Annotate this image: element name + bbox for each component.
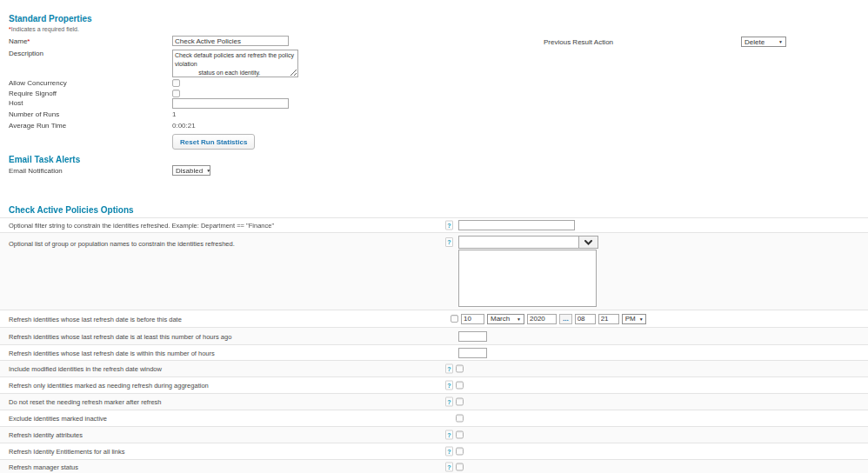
option-checkbox[interactable]: [456, 365, 464, 373]
option-label: Refresh manager status: [9, 463, 78, 471]
option-label: Exclude identities marked inactive: [9, 415, 107, 423]
option-row: Refresh manager status?: [0, 459, 868, 473]
option-row: Optional filter string to constrain the …: [0, 217, 868, 232]
select-caret-icon: ▼: [513, 316, 521, 322]
allow-concurrency-checkbox[interactable]: [172, 79, 180, 87]
number-of-runs-label: Number of Runs: [9, 110, 59, 118]
option-row: Exclude identities marked inactive: [0, 410, 868, 426]
date-year-input[interactable]: [527, 314, 557, 324]
option-row: Refresh identity attributes?: [0, 426, 868, 443]
chevron-down-icon[interactable]: [578, 236, 598, 248]
help-icon[interactable]: ?: [445, 381, 453, 390]
time-minute-input[interactable]: [598, 314, 619, 324]
require-signoff-checkbox[interactable]: [172, 90, 180, 97]
option-label: Refresh identity attributes: [9, 431, 83, 439]
allow-concurrency-label: Allow Concurrency: [9, 79, 67, 87]
help-icon[interactable]: ?: [445, 221, 453, 230]
option-row: Optional list of group or population nam…: [0, 232, 868, 310]
help-icon[interactable]: ?: [445, 364, 453, 374]
select-caret-icon: ▼: [636, 316, 644, 322]
date-picker-button[interactable]: ...: [559, 314, 572, 324]
previous-result-action-label: Previous Result Action: [544, 38, 613, 46]
option-row: Refresh Identity Entitlements for all li…: [0, 443, 868, 459]
option-checkbox[interactable]: [456, 448, 464, 456]
date-enable-checkbox[interactable]: [451, 315, 458, 323]
option-row: Refresh identities whose last refresh da…: [0, 327, 868, 344]
host-label: Host: [9, 99, 23, 107]
number-of-runs-value: 1: [172, 110, 176, 118]
required-field-note: *Indicates a required field.: [9, 26, 79, 32]
time-ampm-select[interactable]: PM▼: [622, 314, 646, 324]
option-row: Include modified identities in the refre…: [0, 360, 868, 376]
email-task-alerts-title: Email Task Alerts: [9, 155, 80, 164]
option-checkbox[interactable]: [456, 398, 464, 406]
average-run-time-label: Average Run Time: [9, 122, 66, 130]
help-icon[interactable]: ?: [445, 237, 453, 247]
description-textarea[interactable]: Check default policies and refresh the p…: [172, 50, 298, 77]
option-row: Refresh identities whose last refresh da…: [0, 344, 868, 360]
option-label: Refresh only identities marked as needin…: [9, 382, 209, 390]
option-label: Optional list of group or population nam…: [9, 240, 235, 248]
name-label: Name*: [9, 37, 30, 45]
email-notification-select[interactable]: Disabled▼: [172, 165, 210, 176]
option-label: Refresh identities whose last refresh da…: [9, 332, 231, 340]
name-required-asterisk: *: [27, 37, 30, 45]
average-run-time-value: 0:00:21: [172, 122, 196, 130]
option-label: Refresh identities whose last refresh da…: [9, 349, 215, 356]
select-caret-icon: ▼: [203, 168, 210, 173]
description-label: Description: [9, 50, 43, 57]
email-notification-label: Email Notification: [9, 167, 63, 175]
group-name-input[interactable]: [459, 236, 578, 248]
select-caret-icon: ▼: [775, 39, 783, 44]
group-name-listbox[interactable]: [458, 250, 597, 307]
help-icon[interactable]: ?: [445, 463, 453, 472]
host-input[interactable]: [172, 98, 289, 109]
reset-run-statistics-button[interactable]: Reset Run Statistics: [172, 134, 255, 150]
option-hours-input[interactable]: [458, 331, 487, 342]
option-checkbox[interactable]: [456, 431, 464, 439]
time-hour-input[interactable]: [575, 314, 596, 324]
option-row: Refresh only identities marked as needin…: [0, 376, 868, 393]
option-label: Include modified identities in the refre…: [9, 365, 162, 373]
help-icon[interactable]: ?: [445, 447, 453, 456]
date-month-select[interactable]: March▼: [487, 314, 524, 324]
option-label: Do not reset the needing refresh marker …: [9, 398, 162, 406]
require-signoff-label: Require Signoff: [9, 90, 57, 97]
option-checkbox[interactable]: [456, 382, 464, 390]
help-icon[interactable]: ?: [445, 397, 453, 407]
date-control-group: March▼...PM▼: [451, 314, 646, 324]
task-edit-page: Standard Properties *Indicates a require…: [0, 0, 868, 473]
option-label: Refresh Identity Entitlements for all li…: [9, 448, 124, 456]
option-hours-input[interactable]: [458, 348, 487, 358]
help-icon[interactable]: ?: [445, 430, 453, 440]
option-checkbox[interactable]: [456, 463, 464, 471]
name-input[interactable]: [172, 36, 289, 46]
option-row: Refresh identities whose last refresh da…: [0, 310, 868, 327]
previous-result-action-select[interactable]: Delete▼: [741, 37, 786, 47]
option-label: Optional filter string to constrain the …: [9, 222, 274, 230]
options-table: Optional filter string to constrain the …: [0, 217, 868, 473]
option-label: Refresh identities whose last refresh da…: [9, 315, 182, 323]
option-row: Do not reset the needing refresh marker …: [0, 393, 868, 410]
date-day-input[interactable]: [461, 314, 484, 324]
options-section-title: Check Active Policies Options: [9, 205, 134, 215]
option-checkbox[interactable]: [456, 415, 464, 423]
group-name-combo: [458, 236, 598, 249]
option-text-input[interactable]: [458, 220, 575, 230]
standard-properties-title: Standard Properties: [9, 14, 92, 23]
